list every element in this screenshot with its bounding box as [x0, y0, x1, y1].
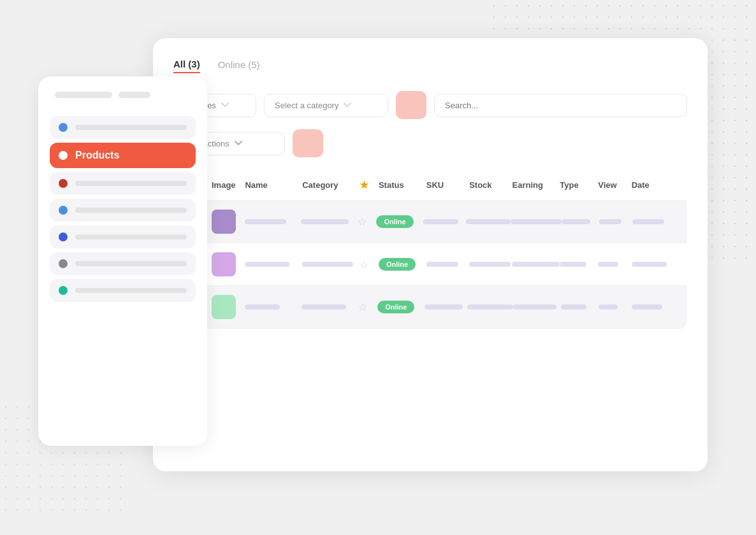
col-header-image: Image — [212, 180, 245, 190]
row-2-earning — [512, 262, 560, 267]
chevron-down-icon-3 — [235, 141, 242, 146]
row-2-type-bar — [560, 262, 586, 267]
row-3-view — [599, 304, 632, 310]
dot-icon-5 — [59, 232, 68, 241]
row-1-stock-bar — [466, 219, 511, 224]
content-card: All (3) Online (5) All dates Select a ca… — [153, 38, 708, 471]
row-2-star[interactable]: ☆ — [360, 259, 368, 270]
product-table: Image Name Category ★ Status SKU Stock E… — [173, 170, 687, 329]
row-1-name — [245, 219, 302, 224]
filter-action-button[interactable] — [396, 91, 426, 119]
row-1-image-cell — [212, 210, 245, 234]
bulk-action-button[interactable] — [293, 129, 323, 157]
category-filter[interactable]: Select a category — [264, 94, 388, 117]
col-header-status: Status — [379, 180, 426, 190]
row-3-category — [302, 304, 358, 310]
sidebar-item-label-7 — [75, 288, 187, 293]
tab-online[interactable]: Online (5) — [218, 59, 260, 73]
row-2-product-image — [212, 252, 236, 276]
row-1-sku-bar — [423, 219, 458, 224]
dot-icon-7 — [59, 286, 68, 295]
row-3-star-cell: ☆ — [358, 301, 377, 313]
table-header: Image Name Category ★ Status SKU Stock E… — [173, 170, 687, 201]
row-3-star[interactable]: ☆ — [358, 302, 367, 313]
logo-bar — [55, 92, 112, 98]
row-3-cat-bar — [302, 304, 346, 310]
sidebar-item-6[interactable] — [50, 252, 196, 275]
row-2-name — [245, 262, 302, 267]
row-3-type-bar — [561, 304, 586, 310]
row-3-view-bar — [599, 304, 618, 310]
sidebar-item-label-3 — [75, 181, 187, 186]
col-header-earning: Earning — [512, 180, 560, 190]
sidebar-item-label-1 — [75, 125, 187, 130]
sidebar-logo — [50, 92, 196, 98]
row-3-status-badge: Online — [377, 301, 414, 313]
row-1-earning — [511, 219, 562, 224]
row-2-earn-bar — [512, 262, 560, 267]
row-2-view-bar — [598, 262, 618, 267]
sidebar: Products — [38, 76, 207, 446]
table-row: ☆ Online — [173, 243, 687, 286]
col-header-view: View — [598, 180, 631, 190]
row-3-sku — [425, 304, 467, 310]
row-2-stock — [469, 262, 512, 267]
sidebar-item-5[interactable] — [50, 225, 196, 248]
col-header-name: Name — [245, 180, 302, 190]
col-header-type: Type — [560, 180, 598, 190]
sidebar-item-3[interactable] — [50, 172, 196, 195]
row-1-stock — [466, 219, 511, 224]
sidebar-item-4[interactable] — [50, 199, 196, 222]
col-header-star[interactable]: ★ — [360, 180, 368, 190]
col-header-category: Category — [302, 180, 360, 190]
chevron-down-icon-2 — [344, 103, 351, 108]
chevron-down-icon — [221, 103, 229, 108]
row-3-earn-bar — [513, 304, 556, 310]
row-3-earning — [513, 304, 560, 310]
row-1-date — [632, 219, 674, 224]
row-3-product-image — [212, 295, 236, 319]
search-wrap — [434, 94, 687, 117]
dot-icon-4 — [59, 206, 68, 215]
sidebar-item-7[interactable] — [50, 279, 196, 302]
row-2-star-cell: ☆ — [360, 259, 379, 271]
dot-icon-products — [59, 151, 68, 160]
filter-row: All dates Select a category — [173, 91, 687, 119]
table-row: ☆ Online — [173, 286, 687, 329]
row-3-name — [245, 304, 302, 310]
sidebar-item-1[interactable] — [50, 116, 196, 139]
row-1-star[interactable]: ☆ — [358, 217, 367, 227]
row-2-cat-bar — [302, 262, 353, 267]
row-1-status-badge: Online — [376, 215, 413, 228]
row-1-type — [562, 219, 599, 224]
row-3-stock — [467, 304, 513, 310]
row-1-product-image — [212, 210, 236, 234]
col-header-sku: SKU — [426, 180, 469, 190]
category-filter-label: Select a category — [275, 101, 338, 110]
table-row: ☆ Online — [173, 201, 687, 243]
tabs-row: All (3) Online (5) — [173, 59, 687, 73]
row-3-type — [561, 304, 599, 310]
row-1-cat-bar — [301, 219, 349, 224]
main-wrapper: Products All (3) — [38, 38, 714, 497]
row-1-name-bar — [245, 219, 286, 224]
row-3-status: Online — [377, 301, 425, 313]
logo-bar-2 — [119, 92, 150, 98]
sidebar-item-label-4 — [75, 208, 187, 213]
row-2-type — [560, 262, 598, 267]
row-1-category — [301, 219, 358, 224]
dot-icon-1 — [59, 123, 68, 132]
row-2-status: Online — [379, 258, 426, 271]
row-1-type-bar — [562, 219, 590, 224]
sidebar-item-products[interactable]: Products — [50, 143, 196, 168]
dot-icon-6 — [59, 259, 68, 268]
bulk-row: Bulk Actions — [173, 129, 687, 157]
row-1-date-bar — [632, 219, 664, 224]
row-1-view-bar — [599, 219, 622, 224]
search-input[interactable] — [434, 94, 687, 117]
sidebar-item-label-products: Products — [75, 150, 119, 161]
row-2-view — [598, 262, 631, 267]
row-3-stock-bar — [467, 304, 513, 310]
row-2-image-cell — [212, 252, 245, 276]
tab-all[interactable]: All (3) — [173, 59, 200, 73]
